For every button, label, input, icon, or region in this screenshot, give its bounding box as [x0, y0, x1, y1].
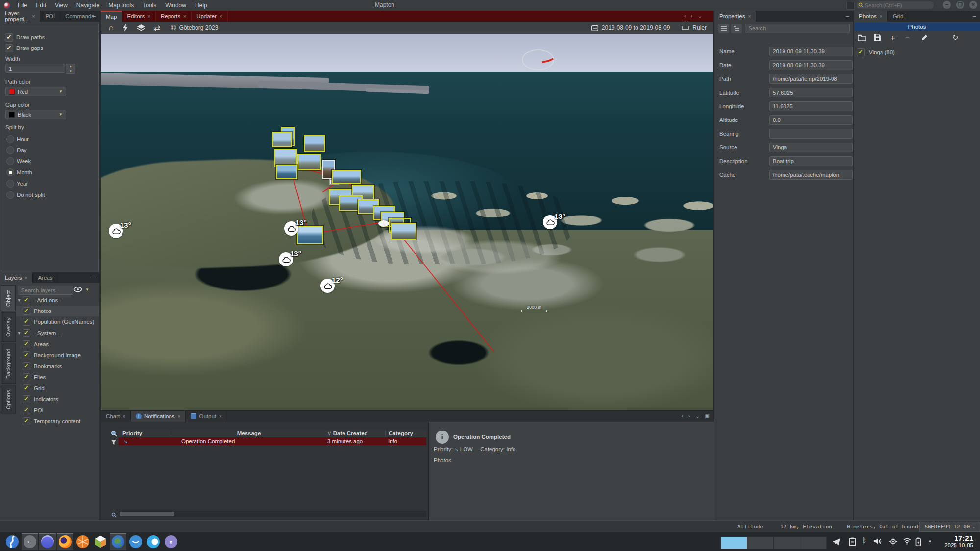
weather-badge[interactable]: 13°	[109, 221, 143, 241]
properties-search-input[interactable]: Search	[745, 24, 850, 33]
close-icon[interactable]: ×	[147, 14, 150, 19]
minimize-panel-icon[interactable]: –	[92, 13, 96, 20]
checkbox[interactable]: ✓	[23, 373, 30, 381]
tree-item-background-image[interactable]: ✓ Background image	[16, 350, 99, 360]
menu-navigate[interactable]: Navigate	[72, 2, 104, 9]
close-icon[interactable]: ×	[219, 414, 222, 419]
weather-badge[interactable]: 13°	[279, 249, 313, 270]
cluster-marker[interactable]	[378, 220, 389, 227]
workspace-3[interactable]	[773, 536, 800, 549]
menu-tools[interactable]: Tools	[138, 2, 161, 9]
minimize-button[interactable]: –	[943, 1, 951, 9]
draw-paths-checkbox[interactable]: ✓	[5, 33, 13, 42]
tab-poi[interactable]: POI	[40, 11, 60, 22]
swap-arrows-icon[interactable]: ⇄	[154, 24, 160, 33]
horizontal-scrollbar[interactable]	[119, 511, 426, 517]
tree-item-files[interactable]: ✓ Files	[16, 372, 99, 383]
refresh-icon[interactable]: ↻	[952, 33, 958, 42]
width-spinner[interactable]: 1	[5, 64, 65, 73]
menu-file[interactable]: File	[13, 2, 31, 9]
photo-thumbnail[interactable]	[272, 132, 292, 147]
tree-group-system[interactable]: ▼✓ - System -	[16, 328, 99, 338]
close-icon[interactable]: ×	[880, 14, 882, 19]
launcher-firefox[interactable]	[57, 533, 74, 550]
launcher-mapton-globe[interactable]	[110, 533, 126, 550]
launcher-chat[interactable]	[127, 533, 144, 550]
radio-do-not-split[interactable]	[6, 191, 14, 199]
telegram-tray-icon[interactable]	[832, 537, 841, 546]
checkbox[interactable]: ✓	[23, 318, 30, 326]
checkbox[interactable]: ✓	[23, 395, 30, 403]
tab-areas[interactable]: Areas	[33, 272, 58, 283]
field-date[interactable]: 2019-08-09 11.30.39	[769, 60, 853, 70]
launcher-terminal[interactable]: ›_	[22, 533, 38, 550]
photo-source-item[interactable]: ✓ Vinga (80)	[854, 47, 980, 58]
layers-icon[interactable]	[137, 24, 145, 31]
menu-help[interactable]: Help	[191, 2, 212, 9]
search-input[interactable]	[864, 2, 925, 9]
search-layers-input[interactable]: Search layers	[18, 286, 74, 295]
remove-icon[interactable]: −	[905, 33, 910, 43]
taskbar-clock[interactable]: 17:21 2025-10-05	[944, 534, 973, 549]
minimize-panel-icon[interactable]: –	[973, 13, 976, 20]
date-range[interactable]: 2019-08-09 to 2019-08-09	[602, 24, 670, 31]
expand-icon[interactable]: ▼	[16, 331, 23, 335]
window-list-icon[interactable]	[846, 2, 855, 10]
side-tab-background[interactable]: Background	[1, 343, 16, 384]
calendar-icon[interactable]	[591, 25, 598, 31]
column-date-created[interactable]: ∨ Date Created	[327, 430, 386, 437]
tab-updater[interactable]: Updater×	[192, 11, 228, 22]
path-color-dropdown[interactable]: Red ▼	[5, 87, 66, 96]
ruler-label[interactable]: Ruler	[692, 24, 707, 31]
close-icon[interactable]: ×	[122, 414, 125, 419]
tab-photos[interactable]: Photos×	[854, 11, 888, 22]
workspace-1[interactable]	[720, 536, 747, 549]
field-bearing[interactable]	[769, 129, 853, 139]
checkbox[interactable]: ✓	[23, 362, 30, 370]
tree-item-poi[interactable]: ✓ POI	[16, 405, 99, 416]
ruler-icon[interactable]	[682, 26, 689, 30]
width-decrement-button[interactable]: ▼	[66, 69, 75, 74]
field-altitude[interactable]: 0.0	[769, 115, 853, 125]
close-icon[interactable]: ×	[25, 275, 28, 281]
field-latitude[interactable]: 57.6025	[769, 88, 853, 97]
launcher-files[interactable]	[39, 533, 56, 550]
list-view-icon[interactable]	[718, 24, 729, 33]
tree-view-icon[interactable]	[731, 24, 742, 33]
menu-view[interactable]: View	[50, 2, 72, 9]
tab-layer-properties[interactable]: Layer properti...×	[0, 11, 40, 22]
tree-group-addons[interactable]: ▼✓ - Add-ons -	[16, 295, 99, 306]
column-message[interactable]: Message	[171, 431, 327, 436]
draw-gaps-checkbox[interactable]: ✓	[5, 44, 13, 52]
gap-color-dropdown[interactable]: Black ▼	[5, 110, 66, 119]
tree-item-bookmarks[interactable]: ✓ Bookmarks	[16, 361, 99, 372]
minimize-panel-icon[interactable]: –	[846, 13, 849, 20]
tab-output[interactable]: Output×	[186, 411, 227, 422]
checkbox[interactable]: ✓	[23, 329, 30, 337]
close-icon[interactable]: ×	[178, 414, 181, 419]
tab-reports[interactable]: Reports×	[156, 11, 192, 22]
add-icon[interactable]: +	[890, 33, 895, 43]
bluetooth-tray-icon[interactable]: ᛒ	[862, 536, 866, 544]
column-category[interactable]: Category	[386, 431, 426, 436]
field-description[interactable]: Boat trip	[769, 156, 853, 166]
field-path[interactable]: /home/pata/temp/2019-08	[769, 74, 853, 84]
tab-scroll-controls[interactable]: ‹ › ⌄ ▣	[682, 413, 711, 419]
checkbox[interactable]: ✓	[23, 296, 30, 304]
photo-thumbnail[interactable]	[276, 165, 297, 179]
launcher-netbeans[interactable]	[92, 533, 109, 550]
close-icon[interactable]: ×	[220, 14, 222, 19]
edit-pencil-icon[interactable]	[921, 34, 928, 41]
field-name[interactable]: 2019-08-09 11.30.39	[769, 47, 853, 56]
photo-thumbnail[interactable]	[274, 149, 297, 167]
minimize-panel-icon[interactable]: –	[92, 274, 96, 281]
side-tab-overlay[interactable]: Overlay	[1, 312, 16, 342]
battery-tray-icon[interactable]	[915, 537, 921, 546]
crs-selector[interactable]: SWEREF99 12 00 ⌄	[919, 522, 980, 532]
side-tab-options[interactable]: Options	[1, 385, 16, 414]
home-icon[interactable]: ⌂	[109, 24, 114, 32]
checkbox[interactable]: ✓	[23, 340, 30, 348]
radio-year[interactable]	[6, 180, 14, 188]
tab-layers[interactable]: Layers×	[0, 272, 33, 283]
side-tab-object[interactable]: Object	[1, 285, 16, 311]
